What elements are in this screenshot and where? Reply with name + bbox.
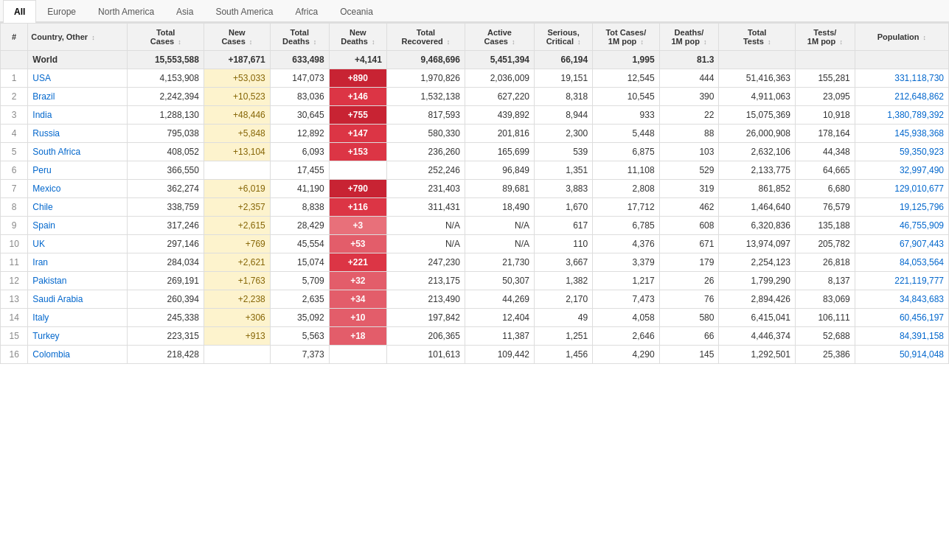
country-cell[interactable]: Italy: [28, 309, 128, 327]
country-cell[interactable]: Iran: [28, 253, 128, 272]
table-row: 1 USA 4,153,908 +53,033 147,073 +890 1,9…: [1, 69, 949, 88]
tot-per-1m: 2,808: [593, 180, 659, 198]
col-population[interactable]: Population ↕: [855, 24, 948, 51]
total-cases: 362,274: [128, 180, 204, 198]
country-link[interactable]: Colombia: [32, 349, 70, 360]
tests-per-1m: 44,348: [795, 143, 855, 161]
col-deaths-per-1m[interactable]: Deaths/1M pop ↕: [659, 24, 719, 51]
col-new-cases[interactable]: NewCases ↕: [204, 24, 270, 51]
country-cell[interactable]: Spain: [28, 217, 128, 235]
new-cases: +2,238: [204, 290, 270, 309]
country-link[interactable]: Brazil: [32, 91, 55, 102]
tot-per-1m: 17,712: [593, 198, 659, 217]
country-cell[interactable]: Russia: [28, 125, 128, 143]
country-cell[interactable]: India: [28, 106, 128, 125]
total-recovered: 206,365: [386, 327, 465, 346]
row-num: 13: [1, 290, 28, 309]
tab-all[interactable]: All: [3, 0, 36, 23]
country-cell[interactable]: Pakistan: [28, 272, 128, 290]
country-link[interactable]: Russia: [32, 128, 60, 139]
tests-per-1m: 8,137: [795, 272, 855, 290]
country-link[interactable]: Peru: [32, 165, 51, 175]
world-active-cases: 5,451,394: [465, 51, 534, 69]
col-country[interactable]: Country, Other ↕: [28, 24, 128, 51]
country-link[interactable]: USA: [32, 73, 51, 83]
total-deaths: 147,073: [270, 69, 329, 88]
col-tot-per-1m[interactable]: Tot Cases/1M pop ↕: [593, 24, 659, 51]
serious: 3,883: [535, 180, 593, 198]
col-new-deaths[interactable]: NewDeaths ↕: [329, 24, 386, 51]
col-total-deaths[interactable]: TotalDeaths ↕: [270, 24, 329, 51]
country-cell[interactable]: Saudi Arabia: [28, 290, 128, 309]
country-cell[interactable]: Peru: [28, 161, 128, 180]
country-cell[interactable]: Chile: [28, 198, 128, 217]
country-link[interactable]: Italy: [32, 312, 49, 323]
table-row: 5 South Africa 408,052 +13,104 6,093 +15…: [1, 143, 949, 161]
deaths-per-1m: 580: [659, 309, 719, 327]
country-link[interactable]: South Africa: [32, 147, 80, 157]
new-deaths-cell: +221: [329, 253, 386, 272]
tab-europe[interactable]: Europe: [36, 0, 87, 23]
country-cell[interactable]: Brazil: [28, 88, 128, 106]
row-num: 11: [1, 253, 28, 272]
col-total-recovered[interactable]: TotalRecovered ↕: [386, 24, 465, 51]
country-cell[interactable]: USA: [28, 69, 128, 88]
population: 84,391,158: [855, 327, 948, 346]
total-tests: 26,000,908: [719, 125, 796, 143]
active-cases: 21,730: [465, 253, 534, 272]
total-cases: 218,428: [128, 346, 204, 364]
tot-per-1m: 2,646: [593, 327, 659, 346]
new-deaths-cell: +890: [329, 69, 386, 88]
new-deaths-cell: +147: [329, 125, 386, 143]
serious: 110: [535, 235, 593, 253]
total-tests: 2,133,775: [719, 161, 796, 180]
col-active-cases[interactable]: ActiveCases ↕: [465, 24, 534, 51]
total-recovered: N/A: [386, 235, 465, 253]
new-deaths-cell: [329, 161, 386, 180]
tot-per-1m: 7,473: [593, 290, 659, 309]
total-tests: 1,292,501: [719, 346, 796, 364]
total-deaths: 83,036: [270, 88, 329, 106]
tab-africa[interactable]: Africa: [284, 0, 329, 23]
population: 145,938,368: [855, 125, 948, 143]
population: 84,053,564: [855, 253, 948, 272]
col-serious[interactable]: Serious,Critical ↕: [535, 24, 593, 51]
country-link[interactable]: Iran: [32, 257, 48, 267]
country-link[interactable]: Mexico: [32, 183, 60, 194]
country-link[interactable]: Pakistan: [32, 276, 66, 286]
total-deaths: 5,563: [270, 327, 329, 346]
tot-per-1m: 1,217: [593, 272, 659, 290]
country-link[interactable]: India: [32, 110, 52, 120]
tab-asia[interactable]: Asia: [165, 0, 204, 23]
total-deaths: 5,709: [270, 272, 329, 290]
tests-per-1m: 83,069: [795, 290, 855, 309]
country-cell[interactable]: Colombia: [28, 346, 128, 364]
total-deaths: 2,635: [270, 290, 329, 309]
country-link[interactable]: Turkey: [32, 331, 59, 341]
total-cases: 408,052: [128, 143, 204, 161]
col-tests-per-1m[interactable]: Tests/1M pop ↕: [795, 24, 855, 51]
active-cases: N/A: [465, 235, 534, 253]
country-link[interactable]: Spain: [32, 220, 55, 231]
col-total-tests[interactable]: TotalTests ↕: [719, 24, 796, 51]
country-link[interactable]: Saudi Arabia: [32, 294, 83, 304]
row-num: 7: [1, 180, 28, 198]
row-num: 2: [1, 88, 28, 106]
country-link[interactable]: Chile: [32, 202, 52, 212]
tests-per-1m: 52,688: [795, 327, 855, 346]
total-cases: 297,146: [128, 235, 204, 253]
country-cell[interactable]: South Africa: [28, 143, 128, 161]
serious: 1,456: [535, 346, 593, 364]
col-total-cases[interactable]: TotalCases ↕: [128, 24, 204, 51]
tab-north-america[interactable]: North America: [87, 0, 165, 23]
row-num: 1: [1, 69, 28, 88]
country-cell[interactable]: Turkey: [28, 327, 128, 346]
tab-oceania[interactable]: Oceania: [329, 0, 384, 23]
tab-south-america[interactable]: South America: [204, 0, 284, 23]
country-link[interactable]: UK: [32, 239, 45, 249]
new-deaths-cell: +153: [329, 143, 386, 161]
new-cases: +10,523: [204, 88, 270, 106]
country-cell[interactable]: Mexico: [28, 180, 128, 198]
country-cell[interactable]: UK: [28, 235, 128, 253]
tests-per-1m: 155,281: [795, 69, 855, 88]
